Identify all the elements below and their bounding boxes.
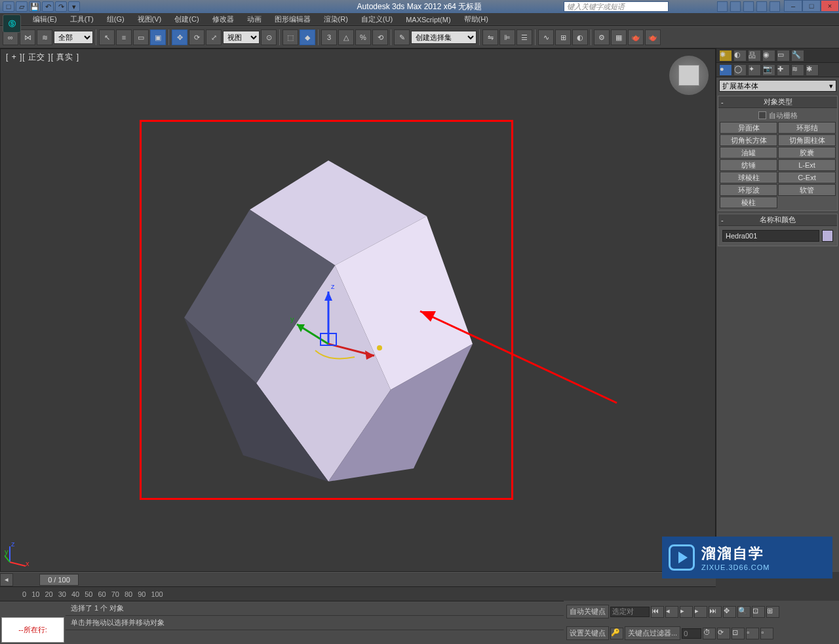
align-icon[interactable]: ⊫ — [499, 29, 515, 45]
selection-filter-dropdown[interactable]: 全部 — [54, 31, 93, 44]
favorites-icon[interactable] — [756, 1, 767, 12]
exchange-icon[interactable] — [743, 1, 754, 12]
subscription-icon[interactable] — [730, 1, 741, 12]
btn-cext[interactable]: C-Ext — [778, 172, 836, 183]
track-bar[interactable]: 0 10 20 30 40 50 60 70 80 90 100 — [0, 586, 716, 601]
autogrid-checkbox[interactable]: 自动栅格 — [720, 109, 836, 121]
nav-b-icon[interactable]: ▫ — [760, 628, 773, 639]
btn-torusknot[interactable]: 环形结 — [778, 122, 836, 134]
keymode-dropdown[interactable] — [610, 607, 650, 617]
mirror-icon[interactable]: ⇋ — [482, 29, 498, 45]
rotate-icon[interactable]: ⟳ — [189, 29, 205, 45]
goto-end-icon[interactable]: ⏭ — [709, 606, 722, 618]
btn-chamfercyl[interactable]: 切角圆柱体 — [778, 134, 836, 146]
key-icon[interactable]: 🔑 — [610, 628, 623, 639]
app-menu-icon[interactable]: Ⓢ — [3, 14, 21, 33]
qat-redo-icon[interactable]: ↷ — [55, 1, 67, 12]
menu-grapheditors[interactable]: 图形编辑器 — [268, 13, 317, 26]
manipulate-icon[interactable]: ◆ — [300, 29, 315, 45]
named-selection-dropdown[interactable]: 创建选择集 — [411, 31, 477, 44]
rollout-head-type[interactable]: -对象类型 — [718, 96, 837, 108]
viewport[interactable]: [ + ][ 正交 ][ 真实 ] z y — [0, 48, 716, 572]
move-icon[interactable]: ✥ — [172, 29, 187, 45]
ref-coord-dropdown[interactable]: 视图 — [223, 31, 260, 44]
minimize-button[interactable]: – — [784, 0, 802, 12]
schematic-icon[interactable]: ⊞ — [555, 29, 571, 45]
object-name-input[interactable] — [722, 230, 819, 242]
maximize-button[interactable]: □ — [802, 0, 821, 12]
keyfilter-button[interactable]: 关键点过滤器... — [625, 626, 680, 640]
menu-maxscript[interactable]: MAXScript(M) — [399, 14, 457, 25]
help-icon[interactable] — [770, 1, 780, 12]
render-prod-icon[interactable]: 🫖 — [645, 29, 661, 45]
timeconfig-icon[interactable]: ⏱ — [703, 628, 716, 639]
menu-customize[interactable]: 自定义(U) — [355, 13, 399, 26]
btn-spindle[interactable]: 纺锤 — [720, 159, 777, 171]
prev-frame-icon[interactable]: ◂ — [665, 606, 678, 618]
next-frame-icon[interactable]: ▸ — [694, 606, 707, 618]
timeslider-left-icon[interactable]: ◂ — [0, 573, 13, 586]
render-frame-icon[interactable]: ▦ — [611, 29, 627, 45]
qat-undo-icon[interactable]: ↶ — [42, 1, 54, 12]
menu-tools[interactable]: 工具(T) — [64, 13, 100, 26]
btn-gengon[interactable]: 球棱柱 — [720, 172, 777, 183]
nav-a-icon[interactable]: ▫ — [746, 628, 759, 639]
maxscript-prompt[interactable]: -- 所在行: — [1, 617, 64, 643]
menu-create[interactable]: 创建(C) — [168, 13, 205, 26]
close-button[interactable]: × — [821, 0, 839, 12]
btn-hose[interactable]: 软管 — [778, 184, 836, 196]
qat-new-icon[interactable]: □ — [3, 1, 14, 12]
btn-lext[interactable]: L-Ext — [778, 159, 836, 171]
sub-geometry-icon[interactable]: ● — [719, 64, 732, 76]
qat-save-icon[interactable]: 💾 — [29, 1, 41, 12]
btn-capsule[interactable]: 胶囊 — [778, 147, 836, 159]
material-editor-icon[interactable]: ◐ — [572, 29, 588, 45]
tab-hierarchy-icon[interactable]: 品 — [748, 50, 761, 62]
nav-orbit-icon[interactable]: ⟳ — [717, 628, 730, 639]
btn-hedra[interactable]: 异面体 — [720, 122, 777, 134]
time-thumb[interactable]: 0 / 100 — [39, 574, 79, 586]
sub-cameras-icon[interactable]: 📷 — [762, 64, 775, 76]
btn-chamferbox[interactable]: 切角长方体 — [720, 134, 777, 146]
layers-icon[interactable]: ☰ — [517, 29, 532, 45]
window-crossing-icon[interactable]: ▣ — [150, 29, 166, 45]
category-dropdown[interactable]: 扩展基本体▾ — [719, 80, 836, 92]
percent-snap-icon[interactable]: % — [355, 29, 371, 45]
unlink-icon[interactable]: ⋈ — [20, 29, 35, 45]
select-lock-icon[interactable]: ⬚ — [283, 29, 298, 45]
pivot-icon[interactable]: ⊙ — [261, 29, 277, 45]
menu-modifiers[interactable]: 修改器 — [206, 13, 241, 26]
scale-icon[interactable]: ⤢ — [206, 29, 222, 45]
render-setup-icon[interactable]: ⚙ — [594, 29, 610, 45]
menu-animation[interactable]: 动画 — [241, 13, 268, 26]
menu-help[interactable]: 帮助(H) — [458, 13, 495, 26]
nav-pan-icon[interactable]: ✥ — [723, 606, 736, 618]
sub-spacewarps-icon[interactable]: ≋ — [791, 64, 804, 76]
edit-named-sel-icon[interactable]: ✎ — [394, 29, 410, 45]
qat-dropdown-icon[interactable]: ▾ — [68, 1, 80, 12]
rollout-head-name[interactable]: -名称和颜色 — [718, 214, 837, 226]
select-by-name-icon[interactable]: ≡ — [116, 29, 132, 45]
nav-zoomext-icon[interactable]: ⊞ — [766, 606, 779, 618]
sub-lights-icon[interactable]: ✦ — [748, 64, 761, 76]
angle-snap-icon[interactable]: △ — [338, 29, 354, 45]
autokey-button[interactable]: 自动关键点 — [566, 605, 609, 618]
nav-maximize-icon[interactable]: ⊡ — [732, 628, 745, 639]
menu-edit[interactable]: 编辑(E) — [26, 13, 64, 26]
qat-open-icon[interactable]: ▱ — [16, 1, 28, 12]
tab-create-icon[interactable]: ✺ — [719, 50, 732, 62]
tab-motion-icon[interactable]: ◉ — [762, 50, 775, 62]
infocenter-icon[interactable] — [717, 1, 728, 12]
select-icon[interactable]: ↖ — [99, 29, 115, 45]
tab-display-icon[interactable]: ▭ — [777, 50, 790, 62]
spinner-snap-icon[interactable]: ⟲ — [372, 29, 388, 45]
setkey-button[interactable]: 设置关键点 — [566, 626, 609, 640]
tab-utilities-icon[interactable]: 🔧 — [791, 50, 804, 62]
viewcube[interactable] — [669, 56, 709, 95]
btn-oiltank[interactable]: 油罐 — [720, 147, 777, 159]
sub-shapes-icon[interactable]: ◯ — [733, 64, 747, 76]
bind-spacewarp-icon[interactable]: ≋ — [37, 29, 52, 45]
nav-fov-icon[interactable]: ⊡ — [752, 606, 765, 618]
snap-toggle-icon[interactable]: 3 — [321, 29, 337, 45]
goto-start-icon[interactable]: ⏮ — [651, 606, 664, 618]
